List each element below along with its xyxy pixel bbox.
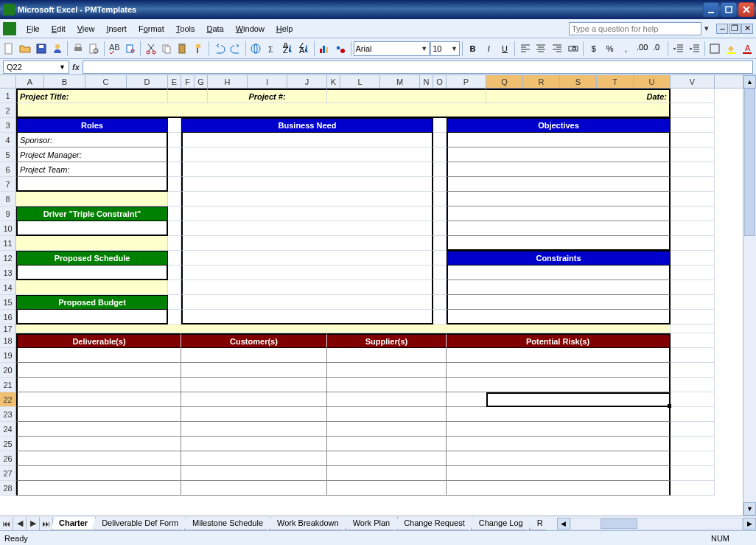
cell-V20[interactable] xyxy=(671,363,715,378)
column-header-A[interactable]: A xyxy=(16,75,44,88)
column-header-F[interactable]: F xyxy=(181,75,195,88)
cell-P10[interactable] xyxy=(447,221,671,236)
cell-V27[interactable] xyxy=(671,466,715,481)
cell-A21[interactable] xyxy=(16,378,181,392)
cell-F27[interactable] xyxy=(181,466,327,481)
row-header-21[interactable]: 21 xyxy=(0,378,16,392)
cell-V28[interactable] xyxy=(671,481,715,496)
cell-A27[interactable] xyxy=(16,466,181,481)
cell-A20[interactable] xyxy=(16,363,181,378)
cell-P21[interactable] xyxy=(447,378,671,392)
menu-edit[interactable]: Edit xyxy=(46,22,71,35)
cell-V24[interactable] xyxy=(671,422,715,437)
cell-O4[interactable] xyxy=(433,133,447,147)
cell-V11[interactable] xyxy=(671,236,715,251)
cell-P23[interactable] xyxy=(447,407,671,422)
cell-P26[interactable] xyxy=(447,451,671,466)
cell-O14[interactable] xyxy=(433,280,447,295)
row-header-9[interactable]: 9 xyxy=(0,206,16,221)
align-center-button[interactable] xyxy=(533,41,549,57)
cell-F15[interactable] xyxy=(181,295,433,310)
minimize-button[interactable] xyxy=(703,2,719,17)
cell-E1[interactable] xyxy=(168,88,208,103)
cell-P12[interactable]: Constraints xyxy=(447,251,671,265)
cell-A2[interactable] xyxy=(16,103,671,118)
spellcheck-button[interactable]: ABC xyxy=(107,41,122,57)
cell-A24[interactable] xyxy=(16,422,181,437)
cell-O6[interactable] xyxy=(433,162,447,177)
column-header-P[interactable]: P xyxy=(447,75,486,88)
cell-F5[interactable] xyxy=(181,147,433,162)
menu-help[interactable]: Help xyxy=(270,22,299,35)
column-header-V[interactable]: V xyxy=(671,75,715,88)
mdi-close[interactable]: ✕ xyxy=(741,24,753,34)
column-header-Q[interactable]: Q xyxy=(486,75,523,88)
column-header-G[interactable]: G xyxy=(195,75,208,88)
cell-F11[interactable] xyxy=(181,236,433,251)
cut-button[interactable] xyxy=(143,41,158,57)
cell-P16[interactable] xyxy=(447,310,671,324)
column-header-N[interactable]: N xyxy=(420,75,433,88)
row-header-10[interactable]: 10 xyxy=(0,221,16,236)
row-header-6[interactable]: 6 xyxy=(0,162,16,177)
currency-button[interactable]: $ xyxy=(586,41,601,57)
cell-V22[interactable] xyxy=(671,392,715,407)
cell-V23[interactable] xyxy=(671,407,715,422)
cell-F25[interactable] xyxy=(181,437,327,451)
mdi-restore[interactable]: ❐ xyxy=(729,24,741,34)
cell-F19[interactable] xyxy=(181,348,327,363)
undo-button[interactable] xyxy=(211,41,227,57)
hscroll-thumb[interactable] xyxy=(601,518,637,529)
cell-P19[interactable] xyxy=(447,348,671,363)
cell-V2[interactable] xyxy=(671,103,715,118)
format-painter-button[interactable] xyxy=(192,41,207,57)
menu-tools[interactable]: Tools xyxy=(170,22,201,35)
copy-button[interactable] xyxy=(159,41,175,57)
cell-O15[interactable] xyxy=(433,295,447,310)
cell-A1[interactable]: Project Title: xyxy=(16,88,168,103)
cell-E8[interactable] xyxy=(168,192,181,206)
cell-O9[interactable] xyxy=(433,206,447,221)
cell-V3[interactable] xyxy=(671,118,715,133)
scroll-up-button[interactable]: ▲ xyxy=(743,75,756,88)
cell-K19[interactable] xyxy=(327,348,447,363)
cell-F3[interactable]: Business Need xyxy=(181,118,433,133)
cell-P11[interactable] xyxy=(447,236,671,251)
cell-E12[interactable] xyxy=(168,251,181,265)
cell-F18[interactable]: Customer(s) xyxy=(181,333,327,348)
cell-P5[interactable] xyxy=(447,147,671,162)
font-size-select[interactable]: 10▼ xyxy=(430,41,460,56)
row-header-20[interactable]: 20 xyxy=(0,363,16,378)
cell-E3[interactable] xyxy=(168,118,181,133)
cell-A13[interactable] xyxy=(16,265,168,280)
cell-E7[interactable] xyxy=(168,177,181,192)
cell-E4[interactable] xyxy=(168,133,181,147)
cell-K20[interactable] xyxy=(327,363,447,378)
cell-K24[interactable] xyxy=(327,422,447,437)
cell-K23[interactable] xyxy=(327,407,447,422)
cell-P15[interactable] xyxy=(447,295,671,310)
sheet-tab-change-request[interactable]: Change Request xyxy=(396,517,473,530)
decrease-decimal-button[interactable]: .0 xyxy=(651,41,666,57)
row-header-3[interactable]: 3 xyxy=(0,118,16,133)
column-header-O[interactable]: O xyxy=(433,75,447,88)
cell-F21[interactable] xyxy=(181,378,327,392)
name-box[interactable]: Q22 ▼ xyxy=(3,60,69,74)
select-all-corner[interactable] xyxy=(0,75,16,88)
column-header-B[interactable]: B xyxy=(44,75,85,88)
cell-P7[interactable] xyxy=(447,177,671,192)
menu-file[interactable]: File xyxy=(21,22,46,35)
row-header-24[interactable]: 24 xyxy=(0,422,16,437)
sheet-tab-work-breakdown[interactable]: Work Breakdown xyxy=(269,517,347,530)
merge-center-button[interactable]: a xyxy=(566,41,581,57)
help-dropdown-icon[interactable]: ▾ xyxy=(704,24,709,33)
cell-E6[interactable] xyxy=(168,162,181,177)
horizontal-scrollbar[interactable]: ◀ ▶ xyxy=(557,518,756,530)
print-button[interactable] xyxy=(70,41,85,57)
cell-A8[interactable] xyxy=(16,192,168,206)
cell-V18[interactable] xyxy=(671,333,715,348)
cell-A26[interactable] xyxy=(16,451,181,466)
cell-V5[interactable] xyxy=(671,147,715,162)
column-header-H[interactable]: H xyxy=(208,75,248,88)
row-header-26[interactable]: 26 xyxy=(0,451,16,466)
